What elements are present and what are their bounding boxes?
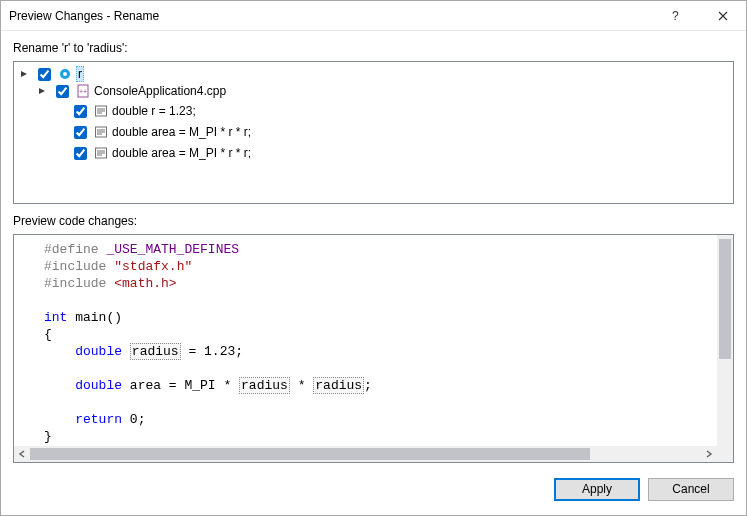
- code-token: = 1.23;: [181, 344, 243, 359]
- scrollbar-thumb[interactable]: [30, 448, 590, 460]
- cpp-file-icon: ++: [76, 84, 90, 98]
- code-token: "stdafx.h": [106, 259, 192, 274]
- line-text: double r = 1.23;: [112, 104, 196, 118]
- svg-text:++: ++: [79, 88, 87, 95]
- code-token: return: [75, 412, 122, 427]
- svg-text:?: ?: [672, 10, 679, 22]
- tree-root-row[interactable]: r: [18, 66, 84, 82]
- apply-button[interactable]: Apply: [554, 478, 640, 501]
- code-token: #include: [44, 259, 106, 274]
- code-token: }: [44, 429, 52, 444]
- code-content[interactable]: #define _USE_MATH_DEFINES #include "stda…: [14, 235, 717, 446]
- preview-label: Preview code changes:: [13, 214, 734, 228]
- code-token: 0;: [122, 412, 145, 427]
- file-checkbox[interactable]: [56, 85, 69, 98]
- scroll-left-icon[interactable]: [14, 446, 30, 462]
- window-title: Preview Changes - Rename: [9, 9, 654, 23]
- line-text: double area = M_PI * r * r;: [112, 125, 251, 139]
- code-token: main(): [67, 310, 122, 325]
- code-token: *: [290, 378, 313, 393]
- code-token: area = M_PI *: [122, 378, 239, 393]
- dialog-footer: Apply Cancel: [1, 473, 746, 515]
- tree-line-row[interactable]: double area = M_PI * r * r;: [54, 145, 251, 161]
- line-text: double area = M_PI * r * r;: [112, 146, 251, 160]
- code-line-icon: [94, 146, 108, 160]
- help-button[interactable]: ?: [654, 1, 700, 31]
- code-token: double: [75, 378, 122, 393]
- tree-line-row[interactable]: double area = M_PI * r * r;: [54, 124, 251, 140]
- code-token: #define: [44, 242, 99, 257]
- tree-line-row[interactable]: double r = 1.23;: [54, 103, 196, 119]
- code-token: {: [44, 327, 52, 342]
- code-token: int: [44, 310, 67, 325]
- renamed-token: radius: [130, 343, 181, 360]
- code-token: #include: [44, 276, 106, 291]
- file-label: ConsoleApplication4.cpp: [94, 84, 226, 98]
- vertical-scrollbar[interactable]: [717, 235, 733, 446]
- changes-tree[interactable]: r ++ Console: [13, 61, 734, 204]
- code-token: double: [75, 344, 122, 359]
- scrollbar-corner: [717, 446, 733, 462]
- line-checkbox[interactable]: [74, 147, 87, 160]
- code-preview: #define _USE_MATH_DEFINES #include "stda…: [13, 234, 734, 463]
- close-button[interactable]: [700, 1, 746, 31]
- code-line-icon: [94, 125, 108, 139]
- code-line-icon: [94, 104, 108, 118]
- tree-file-row[interactable]: ++ ConsoleApplication4.cpp: [36, 83, 226, 99]
- root-label: r: [76, 66, 84, 82]
- expander-icon[interactable]: [36, 85, 48, 97]
- code-token: <math.h>: [106, 276, 176, 291]
- expander-icon[interactable]: [18, 68, 30, 80]
- line-checkbox[interactable]: [74, 105, 87, 118]
- scroll-right-icon[interactable]: [701, 446, 717, 462]
- code-token: ;: [364, 378, 372, 393]
- title-bar: Preview Changes - Rename ?: [1, 1, 746, 31]
- renamed-token: radius: [239, 377, 290, 394]
- svg-point-2: [63, 72, 67, 76]
- line-checkbox[interactable]: [74, 126, 87, 139]
- variable-icon: [58, 67, 72, 81]
- root-checkbox[interactable]: [38, 68, 51, 81]
- cancel-button[interactable]: Cancel: [648, 478, 734, 501]
- code-token: _USE_MATH_DEFINES: [99, 242, 239, 257]
- renamed-token: radius: [313, 377, 364, 394]
- rename-header-label: Rename 'r' to 'radius':: [13, 41, 734, 55]
- code-token: [122, 344, 130, 359]
- scrollbar-thumb[interactable]: [719, 239, 731, 359]
- horizontal-scrollbar[interactable]: [14, 446, 717, 462]
- dialog-content: Rename 'r' to 'radius': r: [1, 31, 746, 473]
